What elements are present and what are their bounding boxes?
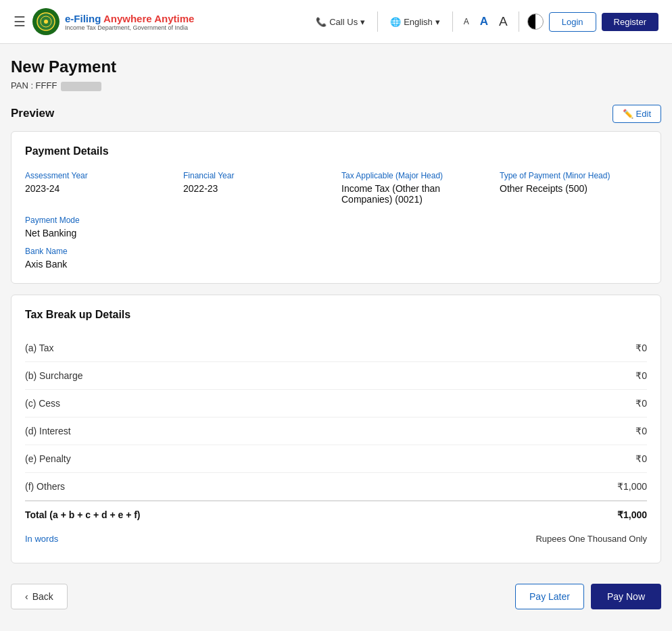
logo-emblem bbox=[32, 8, 59, 35]
phone-icon: 📞 bbox=[316, 17, 327, 27]
type-of-payment-value: Other Receipts (500) bbox=[500, 183, 647, 194]
tax-applicable-value: Income Tax (Other than Companies) (0021) bbox=[341, 183, 489, 205]
tax-total-row: Total (a + b + c + d + e + f) ₹1,000 bbox=[25, 501, 647, 528]
footer-right-buttons: Pay Later Pay Now bbox=[515, 584, 661, 609]
tax-row-d: (d) Interest ₹0 bbox=[25, 418, 647, 445]
tax-label-c: (c) Cess bbox=[25, 398, 60, 409]
tax-label-f: (f) Others bbox=[25, 481, 65, 492]
call-us-chevron: ▾ bbox=[360, 17, 365, 27]
tax-amount-a: ₹0 bbox=[635, 343, 647, 353]
logo-tagline: Anywhere Anytime bbox=[103, 13, 194, 24]
payment-mode-value: Net Banking bbox=[25, 228, 647, 238]
svg-point-2 bbox=[44, 20, 48, 24]
tax-amount-c: ₹0 bbox=[635, 398, 647, 409]
page-title: New Payment bbox=[11, 57, 661, 76]
tax-breakup-title: Tax Break up Details bbox=[25, 309, 647, 321]
main-content: New Payment PAN : FFFF Preview ✏️ Edit P… bbox=[0, 44, 672, 630]
tax-amount-d: ₹0 bbox=[635, 426, 647, 436]
pay-now-button[interactable]: Pay Now bbox=[591, 584, 661, 609]
assessment-year-value: 2023-24 bbox=[25, 183, 172, 194]
back-label: Back bbox=[32, 591, 53, 602]
back-chevron-icon: ‹ bbox=[25, 591, 28, 602]
logo-subtitle: Income Tax Department, Government of Ind… bbox=[65, 24, 194, 31]
divider-1 bbox=[377, 11, 378, 32]
edit-button[interactable]: ✏️ Edit bbox=[613, 105, 661, 123]
tax-row-c: (c) Cess ₹0 bbox=[25, 390, 647, 418]
tax-breakup-card: Tax Break up Details (a) Tax ₹0 (b) Surc… bbox=[11, 295, 661, 563]
tax-row-a: (a) Tax ₹0 bbox=[25, 334, 647, 362]
tax-amount-b: ₹0 bbox=[635, 370, 647, 381]
tax-applicable-label: Tax Applicable (Major Head) bbox=[341, 171, 489, 180]
contrast-button[interactable] bbox=[527, 14, 544, 30]
preview-header: Preview ✏️ Edit bbox=[11, 105, 661, 123]
tax-total-amount: ₹1,000 bbox=[617, 509, 647, 520]
efiling-label: e-Filing Anywhere Anytime bbox=[65, 13, 194, 24]
font-large-button[interactable]: A bbox=[496, 13, 510, 30]
logo-area: e-Filing Anywhere Anytime Income Tax Dep… bbox=[32, 8, 194, 35]
payment-details-title: Payment Details bbox=[25, 145, 647, 157]
assessment-year-field: Assessment Year 2023-24 bbox=[25, 171, 172, 205]
language-label: English bbox=[404, 17, 433, 27]
bank-name-value: Axis Bank bbox=[25, 259, 647, 270]
divider-3 bbox=[519, 11, 519, 32]
header: ☰ e-Filing Anywhere Anytime Income Tax D… bbox=[0, 0, 672, 44]
divider-2 bbox=[452, 11, 453, 32]
payment-mode-label: Payment Mode bbox=[25, 216, 647, 225]
tax-amount-f: ₹1,000 bbox=[617, 481, 647, 492]
menu-icon[interactable]: ☰ bbox=[14, 14, 26, 30]
financial-year-value: 2022-23 bbox=[183, 183, 331, 194]
tax-label-d: (d) Interest bbox=[25, 426, 71, 436]
in-words-value: Rupees One Thousand Only bbox=[535, 534, 647, 544]
in-words-label: In words bbox=[25, 534, 58, 544]
preview-title: Preview bbox=[11, 107, 54, 120]
tax-label-b: (b) Surcharge bbox=[25, 370, 83, 381]
pan-masked bbox=[61, 82, 101, 91]
globe-icon: 🌐 bbox=[390, 17, 401, 27]
edit-icon: ✏️ bbox=[623, 109, 633, 119]
tax-row-e: (e) Penalty ₹0 bbox=[25, 445, 647, 473]
bank-name-field: Bank Name Axis Bank bbox=[25, 247, 647, 270]
call-us-label: Call Us bbox=[329, 17, 358, 27]
edit-label: Edit bbox=[636, 109, 651, 119]
pan-info: PAN : FFFF bbox=[11, 80, 661, 91]
register-button[interactable]: Register bbox=[602, 13, 658, 31]
financial-year-label: Financial Year bbox=[183, 171, 331, 180]
tax-label-a: (a) Tax bbox=[25, 343, 54, 353]
footer-buttons: ‹ Back Pay Later Pay Now bbox=[11, 577, 661, 616]
header-left: ☰ e-Filing Anywhere Anytime Income Tax D… bbox=[14, 8, 194, 35]
font-medium-button[interactable]: A bbox=[477, 14, 491, 30]
back-button[interactable]: ‹ Back bbox=[11, 584, 68, 609]
tax-amount-e: ₹0 bbox=[635, 453, 647, 464]
login-button[interactable]: Login bbox=[549, 12, 596, 32]
pay-later-button[interactable]: Pay Later bbox=[515, 584, 584, 609]
financial-year-field: Financial Year 2022-23 bbox=[183, 171, 331, 205]
language-chevron: ▾ bbox=[435, 17, 440, 27]
payment-grid: Assessment Year 2023-24 Financial Year 2… bbox=[25, 171, 647, 205]
language-button[interactable]: 🌐 English ▾ bbox=[386, 14, 444, 30]
call-us-button[interactable]: 📞 Call Us ▾ bbox=[312, 14, 369, 30]
assessment-year-label: Assessment Year bbox=[25, 171, 172, 180]
type-of-payment-label: Type of Payment (Minor Head) bbox=[500, 171, 647, 180]
header-right: 📞 Call Us ▾ 🌐 English ▾ A A A Login Regi… bbox=[312, 11, 658, 32]
tax-label-e: (e) Penalty bbox=[25, 453, 71, 464]
type-of-payment-field: Type of Payment (Minor Head) Other Recei… bbox=[500, 171, 647, 205]
payment-details-card: Payment Details Assessment Year 2023-24 … bbox=[11, 131, 661, 284]
tax-row-f: (f) Others ₹1,000 bbox=[25, 473, 647, 501]
payment-mode-field: Payment Mode Net Banking bbox=[25, 216, 647, 238]
tax-in-words-row: In words Rupees One Thousand Only bbox=[25, 528, 647, 549]
bank-name-label: Bank Name bbox=[25, 247, 647, 256]
tax-applicable-field: Tax Applicable (Major Head) Income Tax (… bbox=[341, 171, 489, 205]
logo-text: e-Filing Anywhere Anytime Income Tax Dep… bbox=[65, 13, 194, 31]
tax-total-label: Total (a + b + c + d + e + f) bbox=[25, 509, 141, 520]
font-small-button[interactable]: A bbox=[461, 16, 472, 28]
pan-prefix: PAN : FFFF bbox=[11, 80, 57, 91]
tax-row-b: (b) Surcharge ₹0 bbox=[25, 362, 647, 390]
